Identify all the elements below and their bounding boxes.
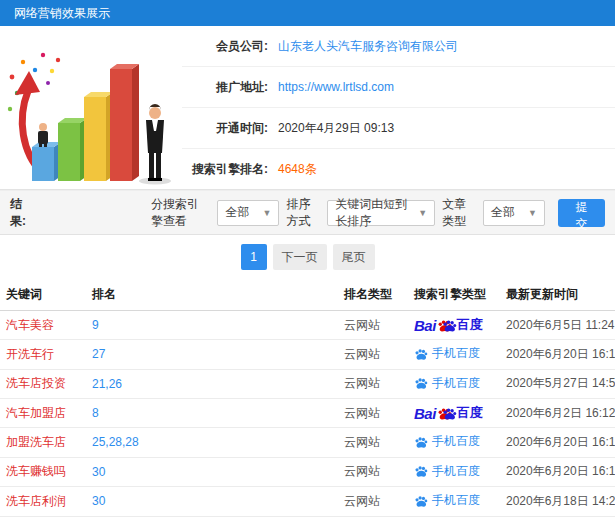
baidu-logo-cn: 百度 [457,316,483,334]
keyword-cell: 汽车美容 [0,311,86,340]
engine-cell: Bai百度 [408,516,500,520]
member-info: 会员公司: 山东老人头汽车服务咨询有限公司 推广地址: https://www.… [182,26,615,189]
mobile-baidu-label: 手机百度 [414,492,480,509]
mobile-baidu-label: 手机百度 [414,433,480,450]
baidu-paw-icon [437,405,456,422]
rank-link[interactable]: 8 [92,406,99,420]
rank-cell: 30 [86,457,338,487]
paw-icon [442,318,457,333]
info-row-rank-count: 搜索引擎排名: 4648条 [182,149,615,189]
keyword-cell: 加盟洗车店 [0,428,86,458]
baidu-paw-icon [437,317,456,334]
app-header: 网络营销效果展示 [0,0,615,26]
header-rank: 排名 [86,279,338,311]
rank-type-cell: 云网站 [338,487,408,517]
rank-link[interactable]: 27 [92,347,105,361]
sort-label: 排序方式 [286,196,320,230]
updated-cell: 2020年6月20日 16:16 [500,340,615,370]
promo-url-link[interactable]: https://www.lrtlsd.com [278,80,394,94]
baidu-logo-text: Bai [414,317,436,334]
bar-chart-illustration [2,31,178,187]
updated-cell: 2020年6月18日 14:27 [500,487,615,517]
updated-cell: 2020年6月18日 14:30 [500,516,615,520]
updated-cell: 2020年6月20日 16:12 [500,457,615,487]
keyword-cell: 洗车店利润 [0,487,86,517]
updated-cell: 2020年6月20日 16:11 [500,428,615,458]
engine-cell: 手机百度 [408,340,500,370]
rank-link[interactable]: 21,26 [92,377,122,391]
engine-cell: 手机百度 [408,487,500,517]
pagination: 1 下一页 尾页 [0,235,615,279]
table-row: 洗车赚钱吗30云网站手机百度2020年6月20日 16:12 [0,457,615,487]
promo-url-label: 推广地址: [182,79,268,96]
table-header-row: 关键词 排名 排名类型 搜索引擎类型 最新更新时间 [0,279,615,311]
page-number-current[interactable]: 1 [241,244,267,270]
paw-icon [442,406,457,421]
table-row: 洗车店加盟3云网站Bai百度2020年6月18日 14:30 [0,516,615,520]
chevron-down-icon: ▼ [418,208,427,218]
paw-icon [414,435,428,449]
info-row-url: 推广地址: https://www.lrtlsd.com [182,67,615,108]
rank-cell: 3 [86,516,338,520]
filter-bar: 结果: 分搜索引擎查看 全部 ▼ 排序方式 关键词由短到长排序 ▼ 文章类型 全… [0,190,615,235]
updated-cell: 2020年5月27日 14:58 [500,369,615,399]
header-updated: 最新更新时间 [500,279,615,311]
rank-type-cell: 云网站 [338,516,408,520]
chevron-down-icon: ▼ [528,208,537,218]
rank-cell: 21,26 [86,369,338,399]
baidu-logo: Bai百度 [414,404,483,422]
rank-link[interactable]: 25,28,28 [92,435,139,449]
header-keyword: 关键词 [0,279,86,311]
baidu-logo-cn: 百度 [457,404,483,422]
engine-cell: Bai百度 [408,311,500,340]
paw-icon [414,376,428,390]
table-row: 开洗车行27云网站手机百度2020年6月20日 16:16 [0,340,615,370]
mobile-baidu-text: 手机百度 [432,492,480,509]
last-page-button[interactable]: 尾页 [333,244,375,270]
rank-type-cell: 云网站 [338,311,408,340]
engine-select[interactable]: 全部 ▼ [217,200,279,226]
rank-link[interactable]: 30 [92,465,105,479]
sort-select[interactable]: 关键词由短到长排序 ▼ [327,200,435,226]
baidu-logo: Bai百度 [414,316,483,334]
info-row-open-time: 开通时间: 2020年4月29日 09:13 [182,108,615,149]
info-section: 会员公司: 山东老人头汽车服务咨询有限公司 推广地址: https://www.… [0,26,615,190]
paw-icon [414,494,428,508]
updated-cell: 2020年6月5日 11:24 [500,311,615,340]
baidu-logo-text: Bai [414,405,436,422]
growth-chart-clipart-icon [2,31,178,187]
article-type-select[interactable]: 全部 ▼ [483,200,545,226]
mobile-baidu-label: 手机百度 [414,345,480,362]
table-row: 汽车加盟店8云网站Bai百度2020年6月2日 16:12 [0,399,615,428]
rank-link[interactable]: 30 [92,494,105,508]
keyword-cell: 洗车赚钱吗 [0,457,86,487]
article-type-label: 文章类型 [442,196,476,230]
keyword-cell: 洗车店投资 [0,369,86,399]
engine-cell: 手机百度 [408,428,500,458]
mobile-baidu-label: 手机百度 [414,375,480,392]
rank-count-label: 搜索引擎排名: [182,161,268,178]
filter-controls: 分搜索引擎查看 全部 ▼ 排序方式 关键词由短到长排序 ▼ 文章类型 全部 ▼ … [151,196,605,230]
engine-cell: 手机百度 [408,369,500,399]
rank-cell: 9 [86,311,338,340]
rank-count-value: 4648条 [278,161,317,178]
engine-select-value: 全部 [225,204,249,221]
submit-button[interactable]: 提交 [558,199,605,227]
keyword-cell: 开洗车行 [0,340,86,370]
company-link[interactable]: 山东老人头汽车服务咨询有限公司 [278,38,458,55]
updated-cell: 2020年6月2日 16:12 [500,399,615,428]
table-row: 汽车美容9云网站Bai百度2020年6月5日 11:24 [0,311,615,340]
keyword-cell: 洗车店加盟 [0,516,86,520]
table-row: 洗车店利润30云网站手机百度2020年6月18日 14:27 [0,487,615,517]
rank-type-cell: 云网站 [338,428,408,458]
open-time-label: 开通时间: [182,120,268,137]
next-page-button[interactable]: 下一页 [273,244,327,270]
rank-type-cell: 云网站 [338,457,408,487]
rank-cell: 27 [86,340,338,370]
paw-icon [414,347,428,361]
rank-link[interactable]: 9 [92,318,99,332]
header-engine-type: 搜索引擎类型 [408,279,500,311]
engine-cell: Bai百度 [408,399,500,428]
engine-cell: 手机百度 [408,457,500,487]
keyword-cell: 汽车加盟店 [0,399,86,428]
